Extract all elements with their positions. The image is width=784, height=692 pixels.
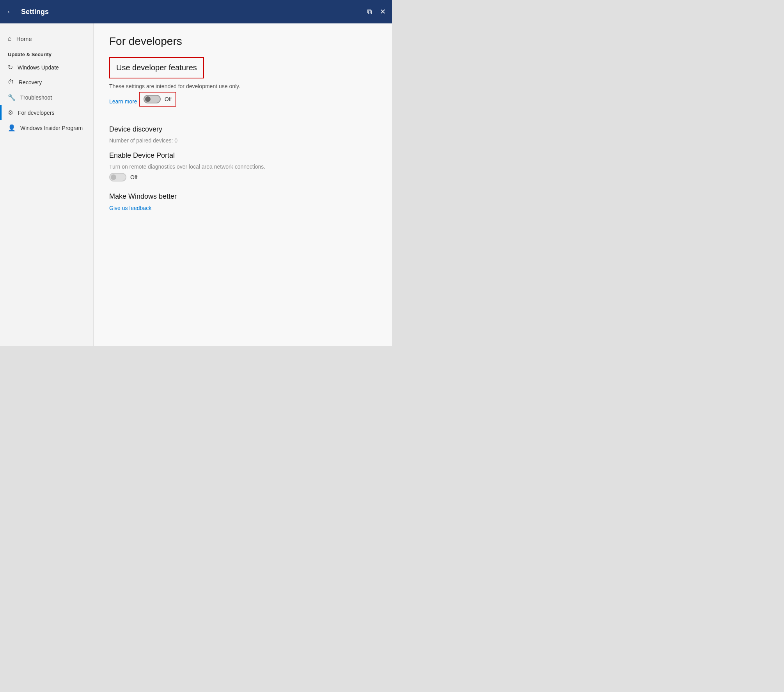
app-title: Settings xyxy=(21,8,49,16)
title-bar-controls: ⧉ ✕ xyxy=(367,8,386,15)
device-portal-toggle-thumb xyxy=(111,174,116,180)
sidebar-item-windows-update[interactable]: ↻ Windows Update xyxy=(0,60,93,75)
home-icon: ⌂ xyxy=(8,35,12,42)
developer-toggle-label: Off xyxy=(165,96,172,102)
use-developer-features-title: Use developer features xyxy=(116,63,197,72)
device-portal-description: Turn on remote diagnostics over local ar… xyxy=(109,164,376,170)
sidebar-item-troubleshoot[interactable]: 🔧 Troubleshoot xyxy=(0,90,93,105)
window-icon-button[interactable]: ⧉ xyxy=(367,8,372,15)
troubleshoot-label: Troubleshoot xyxy=(20,94,52,101)
title-bar-left: ← Settings xyxy=(6,7,49,16)
device-portal-title: Enable Device Portal xyxy=(109,151,376,160)
sidebar-item-windows-insider[interactable]: 👤 Windows Insider Program xyxy=(0,120,93,135)
sidebar-section-title: Update & Security xyxy=(0,46,93,60)
main-container: ⌂ Home Update & Security ↻ Windows Updat… xyxy=(0,23,392,346)
for-developers-label: For developers xyxy=(18,110,54,116)
page-title: For developers xyxy=(109,35,376,48)
sidebar-item-recovery[interactable]: ⏱ Recovery xyxy=(0,75,93,90)
windows-update-icon: ↻ xyxy=(8,64,13,71)
device-discovery-title: Device discovery xyxy=(109,125,376,133)
troubleshoot-icon: 🔧 xyxy=(8,94,16,101)
title-bar: ← Settings ⧉ ✕ xyxy=(0,0,392,23)
device-portal-toggle-label: Off xyxy=(130,174,137,180)
device-portal-toggle[interactable] xyxy=(109,173,126,181)
paired-devices-text: Number of paired devices: 0 xyxy=(109,137,376,144)
close-button[interactable]: ✕ xyxy=(380,8,386,15)
device-portal-toggle-track xyxy=(109,173,126,181)
toggle-thumb xyxy=(145,96,151,102)
sidebar: ⌂ Home Update & Security ↻ Windows Updat… xyxy=(0,23,94,346)
home-label: Home xyxy=(16,36,32,42)
back-button[interactable]: ← xyxy=(6,7,15,16)
windows-update-label: Windows Update xyxy=(18,64,59,71)
recovery-label: Recovery xyxy=(19,79,42,85)
for-developers-icon: ⚙ xyxy=(8,109,13,116)
give-feedback-link[interactable]: Give us feedback xyxy=(109,205,151,211)
developer-features-description: These settings are intended for developm… xyxy=(109,83,376,89)
learn-more-link[interactable]: Learn more xyxy=(109,98,137,105)
sidebar-item-home[interactable]: ⌂ Home xyxy=(0,31,93,46)
windows-insider-label: Windows Insider Program xyxy=(20,125,83,131)
sidebar-item-for-developers[interactable]: ⚙ For developers xyxy=(0,105,93,120)
toggle-track xyxy=(144,95,161,103)
developer-toggle[interactable] xyxy=(144,95,161,103)
device-portal-section: Enable Device Portal Turn on remote diag… xyxy=(109,151,376,181)
use-developer-features-box: Use developer features xyxy=(109,57,204,78)
developer-toggle-row: Off xyxy=(139,92,176,107)
make-windows-title: Make Windows better xyxy=(109,192,376,201)
windows-insider-icon: 👤 xyxy=(8,124,16,132)
device-discovery-section: Device discovery Number of paired device… xyxy=(109,125,376,144)
make-windows-section: Make Windows better Give us feedback xyxy=(109,192,376,212)
content-area: For developers Use developer features Th… xyxy=(94,23,392,346)
recovery-icon: ⏱ xyxy=(8,79,14,86)
device-portal-toggle-row: Off xyxy=(109,173,376,181)
